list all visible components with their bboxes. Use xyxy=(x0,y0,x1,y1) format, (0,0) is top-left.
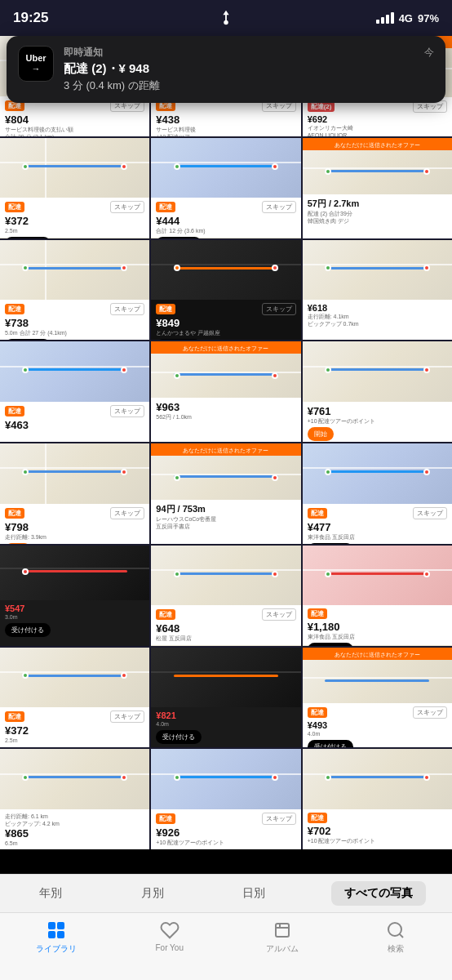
marker-end-12 xyxy=(121,469,127,475)
nav-foryou[interactable]: For You xyxy=(113,920,227,952)
photo-card-3[interactable]: 配達 スキップ ¥372 2.5m 受け付ける xyxy=(0,138,149,238)
route-line-5 xyxy=(325,170,429,172)
card-text-16: 配達 スキップ ¥648 松屋 五反田店 xyxy=(151,605,300,645)
photo-grid[interactable]: 配達 スキップ ¥804 サービス料理後の支払い額合計 29 分 (3.1 km… xyxy=(0,36,452,849)
skip-btn-6[interactable]: スキップ xyxy=(110,303,144,315)
photo-card-9[interactable]: 配達 スキップ ¥463 xyxy=(0,341,149,442)
route-line-13 xyxy=(174,475,278,478)
route-line-15 xyxy=(22,570,126,572)
detail-15: 3.0m xyxy=(5,613,144,621)
road-v-12 xyxy=(45,443,47,504)
photo-card-10[interactable]: あなただけに送信されたオファー ¥963 562円 / 1.0km xyxy=(151,341,300,442)
price-2: ¥692 xyxy=(308,114,447,124)
photo-card-13[interactable]: あなただけに送信されたオファー 94円 / 753m レーハウスCoCo壱番屋五… xyxy=(151,443,300,544)
nav-library-label: ライブラリ xyxy=(36,943,77,955)
route-line-20 xyxy=(325,679,429,682)
price-12: ¥798 xyxy=(5,521,144,533)
photo-card-4[interactable]: 配達 スキップ ¥444 合計 12 分 (3.6 km) 受け付ける xyxy=(151,138,300,238)
photo-card-20[interactable]: あなただけに送信されたオファー 配達 スキップ ¥493 4.0m 受け付ける xyxy=(303,648,452,748)
marker-start-12 xyxy=(22,469,29,475)
bar3 xyxy=(386,15,389,24)
accept-btn-3[interactable]: 受け付ける xyxy=(5,237,51,238)
price-5: 57円 / 2.7km xyxy=(308,198,447,210)
photo-card-15[interactable]: ¥547 3.0m 受け付ける xyxy=(0,546,149,646)
photo-card-23[interactable]: 配達 ¥702 +10 配達ツアーのポイント xyxy=(303,749,452,849)
skip-btn-12[interactable]: スキップ xyxy=(110,507,144,519)
tab-all[interactable]: すべての写真 xyxy=(331,881,426,906)
nav-albums[interactable]: アルバム xyxy=(226,920,339,955)
skip-btn-7[interactable]: スキップ xyxy=(262,303,296,315)
map-bg-5 xyxy=(303,150,452,194)
card-tag-6: 配達 xyxy=(5,304,24,314)
photo-card-17[interactable]: 配達 ¥1,180 東洋食品 五反田店 受け付ける xyxy=(303,546,452,646)
photo-card-14[interactable]: 配達 スキップ ¥477 東洋食品 五反田店 受け付ける xyxy=(303,443,452,544)
library-icon xyxy=(46,920,67,941)
route-line-3 xyxy=(22,165,126,167)
nav-search[interactable]: 検索 xyxy=(339,920,453,955)
price-15: ¥547 xyxy=(5,604,144,613)
map-bg-20 xyxy=(303,660,452,704)
marker-end-9 xyxy=(121,367,127,373)
photo-card-12[interactable]: 配達 スキップ ¥798 走行距離: 3.9km 開始 xyxy=(0,443,149,544)
skip-btn-14[interactable]: スキップ xyxy=(413,507,447,519)
accept-btn-17[interactable]: 受け付ける xyxy=(308,643,353,645)
price-4: ¥444 xyxy=(156,215,295,227)
skip-btn-22[interactable]: スキップ xyxy=(262,813,296,825)
accept-btn-20[interactable]: 受け付ける xyxy=(308,740,353,747)
photo-card-5[interactable]: あなただけに送信されたオファー 57円 / 2.7km 配達 (2) 合計39分… xyxy=(303,138,452,238)
accept-btn-4[interactable]: 受け付ける xyxy=(156,237,202,238)
price-7: ¥849 xyxy=(156,317,295,329)
skip-btn-16[interactable]: スキップ xyxy=(262,608,296,621)
bottom-nav: ライブラリ For You アルバム 検索 xyxy=(0,912,452,980)
photo-card-22[interactable]: 配達 スキップ ¥926 +10 配達ツアーのポイント xyxy=(151,749,300,849)
card-header-9: 配達 スキップ xyxy=(5,405,144,417)
route-line-9 xyxy=(22,368,126,371)
card-text-11: ¥761 +10 配達ツアーのポイント 開始 xyxy=(303,402,452,442)
accept-btn-7[interactable]: 受け付ける xyxy=(156,339,202,340)
detail-2: イオンリカー大崎AEON LIQUOR xyxy=(308,124,447,136)
nav-library[interactable]: ライブラリ xyxy=(0,920,113,955)
photo-card-21[interactable]: 走行距離: 6.1 kmピックアップ: 4.2 km ¥865 6.5m xyxy=(0,749,149,849)
skip-btn-4[interactable]: スキップ xyxy=(262,201,296,213)
route-line-22 xyxy=(174,776,278,778)
accept-btn-14[interactable]: 受け付ける xyxy=(308,543,353,544)
marker-start-10 xyxy=(174,372,180,379)
skip-btn-3[interactable]: スキップ xyxy=(110,201,144,213)
photo-card-19[interactable]: ¥821 4.0m 受け付ける xyxy=(151,648,300,748)
marker-end-17 xyxy=(423,571,430,577)
photo-card-11[interactable]: ¥761 +10 配達ツアーのポイント 開始 xyxy=(303,341,452,442)
road-v-3 xyxy=(45,138,47,198)
accept-btn-19[interactable]: 受け付ける xyxy=(156,730,202,744)
card-header-20: 配達 スキップ xyxy=(308,706,447,719)
map-bg-3 xyxy=(0,138,149,198)
start-btn-11[interactable]: 開始 xyxy=(308,427,334,441)
card-header-18: 配達 スキップ xyxy=(5,710,144,723)
photo-card-16[interactable]: 配達 スキップ ¥648 松屋 五反田店 xyxy=(151,546,300,646)
start-btn-12[interactable]: 開始 xyxy=(5,543,31,544)
photo-card-18[interactable]: 配達 スキップ ¥372 2.5m xyxy=(0,648,149,748)
distance-21: 6.5m xyxy=(5,840,144,847)
skip-btn-9[interactable]: スキップ xyxy=(110,405,144,417)
tab-year[interactable]: 年別 xyxy=(26,881,75,906)
map-bg-15 xyxy=(0,546,149,601)
tab-month[interactable]: 月別 xyxy=(128,881,177,906)
accept-btn-15[interactable]: 受け付ける xyxy=(5,623,51,637)
marker-start-17 xyxy=(325,571,331,577)
tab-day[interactable]: 日別 xyxy=(229,881,278,906)
route-line-6 xyxy=(22,267,126,270)
skip-btn-18[interactable]: スキップ xyxy=(110,710,144,723)
route-line-7 xyxy=(174,267,278,270)
map-bg-21 xyxy=(0,749,149,809)
price-14: ¥477 xyxy=(308,521,447,533)
photo-card-6[interactable]: 配達 スキップ ¥738 5.0m 合計 27 分 (4.1km) 受け付ける xyxy=(0,240,149,341)
photo-card-7[interactable]: 配達 スキップ ¥849 とんかつまるや 戸越銀座 受け付ける xyxy=(151,240,300,341)
skip-btn-20[interactable]: スキップ xyxy=(413,706,447,719)
card-header-23: 配達 xyxy=(308,813,447,823)
svg-rect-2 xyxy=(58,923,64,929)
detail-0: サービス料理後の支払い額合計 29 分 (3.1 km) xyxy=(5,126,144,136)
accept-btn-6[interactable]: 受け付ける xyxy=(5,339,51,340)
price-0: ¥804 xyxy=(5,114,144,126)
map-bg-16 xyxy=(151,546,300,606)
photo-card-8[interactable]: ¥618 走行距離: 4.1kmピックアップ 0.7km xyxy=(303,240,452,341)
price-6: ¥738 xyxy=(5,317,144,329)
